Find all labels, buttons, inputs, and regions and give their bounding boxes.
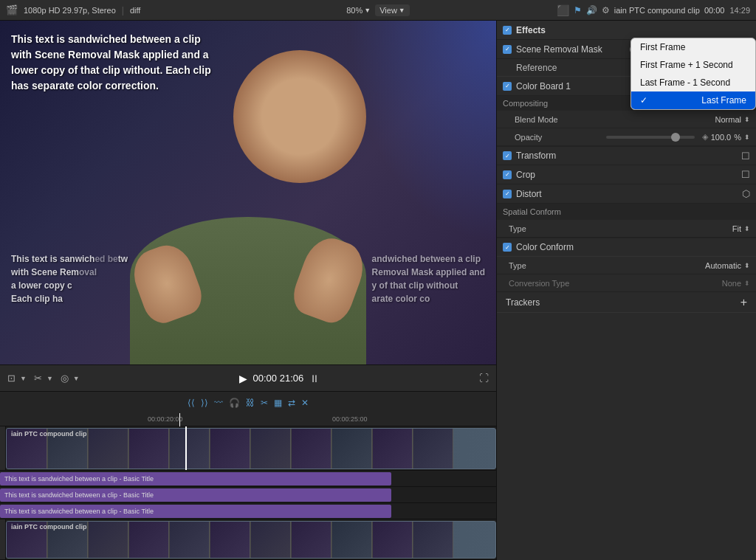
color-type-label: Type — [509, 261, 705, 270]
blend-mode-chevron-icon[interactable]: ⬍ — [744, 116, 750, 123]
duration: 14:29 — [729, 6, 750, 15]
dropdown-last-frame[interactable]: ✓ Last Frame — [631, 91, 755, 109]
transform-label: Transform — [516, 151, 741, 161]
crop-expand-icon[interactable]: ☐ — [741, 169, 750, 180]
opacity-value: 100.0 — [711, 133, 732, 142]
conversion-type-value: None ⬍ — [722, 279, 750, 288]
video-clip-2[interactable]: iain PTC compound clip — [6, 521, 496, 559]
hand-right — [288, 232, 371, 328]
top-bar-left: 🎬 1080p HD 29.97p, Stereo | diff — [6, 4, 340, 15]
swap-icon[interactable]: ⇄ — [288, 398, 295, 408]
dropdown-menu: First Frame First Frame + 1 Second Last … — [630, 38, 756, 110]
zoom-out-icon[interactable]: ⊡ — [7, 373, 16, 384]
video-clip-1[interactable]: iain PTC compound clip — [6, 428, 496, 469]
opacity-slider[interactable] — [606, 136, 695, 139]
back-icon[interactable]: ⟨⟨ — [188, 398, 195, 408]
snip-icon[interactable]: ✂ — [261, 398, 268, 408]
blend-mode-value: Normal ⬍ — [715, 115, 750, 124]
crop-checkbox[interactable] — [503, 170, 512, 179]
pause-icon[interactable]: ⏸ — [309, 373, 320, 384]
thumbnail-11 — [413, 429, 453, 469]
play-button[interactable]: ▶ — [239, 373, 247, 384]
settings-icon[interactable]: ⚙ — [602, 5, 610, 15]
spatial-conform-label: Spatial Conform — [503, 207, 561, 216]
distort-label: Distort — [516, 189, 742, 199]
video-overlay-text-bottom-right: ​andwiched between a clip Removal Mask a… — [372, 252, 485, 305]
color-conform-type-row: Type Automatic ⬍ — [497, 257, 756, 274]
spatial-type-row: Type Fit ⬍ — [497, 220, 756, 238]
timecode: 00:00 21:06 — [253, 373, 304, 384]
last-frame-minus-label: Last Frame - 1 Second — [640, 77, 730, 88]
opacity-label: Opacity — [515, 133, 606, 142]
transform-expand-icon[interactable]: ☐ — [741, 151, 750, 162]
forward-icon[interactable]: ⟩⟩ — [201, 398, 208, 408]
transform-checkbox[interactable] — [503, 151, 512, 160]
save-icon: ⬛ — [557, 4, 569, 16]
color-board-checkbox[interactable] — [503, 82, 512, 91]
first-frame-plus-label: First Frame + 1 Second — [640, 60, 733, 70]
thumb2-3 — [88, 522, 128, 558]
distort-row: Distort ⬡ — [497, 184, 756, 204]
subtitle-clip-2[interactable]: This text is sandwiched between a clip -… — [0, 488, 391, 502]
hands-area — [137, 232, 359, 320]
distort-checkbox[interactable] — [503, 190, 512, 198]
zoom-control[interactable]: 80% ▼ — [346, 6, 371, 15]
range-icon[interactable]: ◎ — [61, 373, 69, 384]
opacity-thumb — [671, 133, 680, 142]
video-overlay-text-bottom-left: This text is san​wiched betw with Scene … — [11, 252, 128, 305]
subtitle-text-1: This text is sandwiched between a clip -… — [4, 475, 154, 483]
flag-icon: ⚑ — [574, 5, 582, 15]
audio-wave-icon[interactable]: 〰 — [214, 398, 223, 408]
opacity-row: Opacity ◈ 100.0 % ⬍ — [497, 128, 756, 146]
headphones-icon[interactable]: 🎧 — [229, 398, 240, 408]
close-icon[interactable]: ✕ — [301, 398, 309, 408]
thumb2-4 — [128, 522, 169, 558]
controls-right: ⛶ — [479, 373, 489, 384]
dropdown-first-frame[interactable]: First Frame — [631, 38, 755, 56]
first-frame-label: First Frame — [640, 42, 685, 52]
view-button[interactable]: View ▼ — [375, 4, 410, 16]
video-container: This text is sandwiched between a clip w… — [0, 21, 496, 364]
last-frame-label: Last Frame — [701, 95, 746, 106]
thumb2-6 — [210, 522, 250, 558]
distort-expand-icon[interactable]: ⬡ — [742, 188, 750, 199]
effects-checkbox[interactable] — [503, 26, 512, 35]
track-content-2: iain PTC compound clip — [6, 519, 496, 559]
thumb2-8 — [291, 522, 331, 558]
conversion-type-chevron-icon[interactable]: ⬍ — [744, 280, 750, 287]
reference-label: Reference — [516, 63, 614, 73]
trim-icon[interactable]: ✂ — [34, 373, 42, 384]
color-conform-checkbox[interactable] — [503, 243, 512, 252]
zoom-chevron-icon: ▼ — [364, 7, 371, 14]
thumbnail-4 — [128, 429, 169, 469]
subtitle-text-2: This text is sandwiched between a clip -… — [4, 491, 154, 499]
scene-removal-label: Scene Removal Mask — [516, 44, 627, 55]
playhead — [179, 413, 180, 426]
subtitle-clip-1[interactable]: This text is sandwiched between a clip -… — [0, 472, 391, 485]
link-icon[interactable]: ⛓ — [246, 398, 255, 408]
conversion-type-row: Conversion Type None ⬍ — [497, 274, 756, 292]
clip-title: iain PTC compound clip — [614, 6, 700, 15]
timeline-ruler: 00:00:20:00 00:00:25:00 — [0, 413, 496, 426]
fullscreen-icon[interactable]: ⛶ — [479, 373, 489, 384]
spatial-conform-header: Spatial Conform — [497, 204, 756, 220]
thumbnail-3 — [88, 429, 128, 469]
spatial-type-chevron-icon[interactable]: ⬍ — [744, 225, 750, 232]
dropdown-last-frame-minus[interactable]: Last Frame - 1 Second — [631, 74, 755, 91]
color-type-chevron-icon[interactable]: ⬍ — [744, 262, 750, 269]
effects-label: Effects — [516, 25, 750, 35]
trim-chevron-icon[interactable]: ▼ — [47, 375, 53, 382]
view-chevron-icon: ▼ — [399, 7, 405, 14]
scene-removal-checkbox[interactable] — [503, 45, 512, 54]
opacity-chevron-icon[interactable]: ⬍ — [744, 134, 750, 141]
timecode-display: 00:00 14:29 — [704, 6, 750, 15]
thumbnail-icon[interactable]: ▦ — [274, 398, 282, 408]
dropdown-first-frame-plus[interactable]: First Frame + 1 Second — [631, 56, 755, 74]
range-chevron-icon[interactable]: ▼ — [73, 375, 80, 382]
trackers-add-button[interactable]: + — [740, 296, 747, 309]
dropdown-chevron-icon[interactable]: ▼ — [20, 375, 27, 382]
trackers-row: Trackers + — [497, 292, 756, 313]
clip-label-2: iain PTC compound clip — [11, 523, 87, 530]
controls-center: ▶ 00:00 21:06 ⏸ — [239, 373, 320, 384]
subtitle-clip-3[interactable]: This text is sandwiched between a clip -… — [0, 505, 391, 518]
